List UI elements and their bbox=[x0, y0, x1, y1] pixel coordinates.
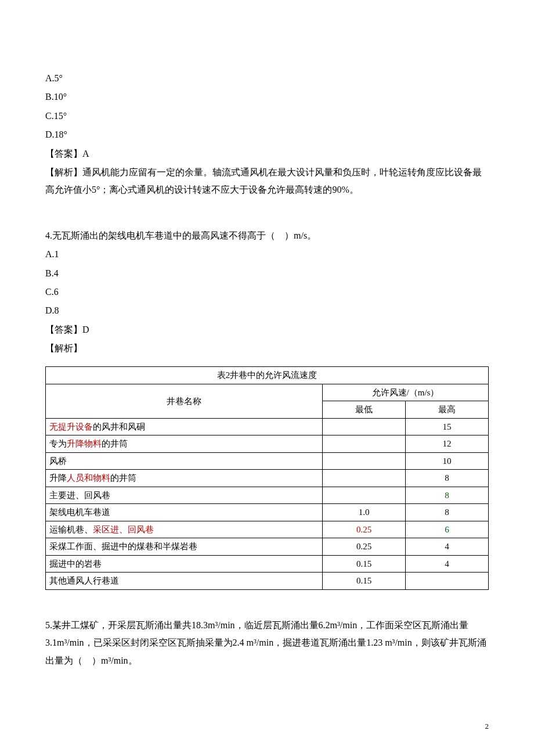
table-col-speed: 允许风速/（m/s） bbox=[323, 384, 489, 401]
table-row: 升降人员和物料的井筒8 bbox=[46, 470, 489, 487]
q3-option-b: B.10° bbox=[45, 88, 489, 106]
table-row: 专为升降物料的井筒12 bbox=[46, 435, 489, 453]
q3-answer: 【答案】A bbox=[45, 145, 489, 163]
row-name-highlight: 升降物料 bbox=[67, 439, 102, 448]
table-row: 无提升设备的风井和风硐15 bbox=[46, 418, 489, 435]
row-max: 12 bbox=[406, 435, 489, 453]
row-name: 掘进中的岩巷 bbox=[46, 555, 323, 573]
table-title: 表2井巷中的允许风流速度 bbox=[46, 367, 489, 384]
row-name: 采煤工作面、掘进中的煤巷和半煤岩巷 bbox=[46, 538, 323, 556]
table-col-min: 最低 bbox=[323, 401, 406, 419]
table-col-name: 井巷名称 bbox=[46, 384, 323, 418]
table-row: 风桥10 bbox=[46, 452, 489, 470]
row-name-highlight: 人员和物料 bbox=[67, 473, 110, 483]
q4-stem: 4.无瓦斯涌出的架线电机车巷道中的最高风速不得高于（ ）m/s。 bbox=[45, 227, 489, 244]
q3-option-c: C.15° bbox=[45, 107, 489, 125]
table-row: 运输机巷、采区进、回风巷0.256 bbox=[46, 521, 489, 538]
row-name-highlight: 采区进、回风巷 bbox=[93, 525, 154, 534]
q3-explanation: 【解析】通风机能力应留有一定的余量。轴流式通风机在最大设计风量和负压时，叶轮运转… bbox=[45, 164, 489, 199]
row-max: 4 bbox=[406, 538, 489, 556]
row-name: 架线电机车巷道 bbox=[46, 504, 323, 521]
q4-option-b: B.4 bbox=[45, 265, 489, 282]
row-min: 0.15 bbox=[323, 573, 406, 590]
row-name-highlight: 无提升设备 bbox=[49, 422, 93, 431]
row-min: 1.0 bbox=[323, 504, 406, 521]
q4-option-d: D.8 bbox=[45, 302, 489, 319]
q4-explanation-label: 【解析】 bbox=[45, 340, 489, 357]
table-row: 其他通风人行巷道0.15 bbox=[46, 573, 489, 590]
row-max: 4 bbox=[406, 555, 489, 573]
row-min bbox=[323, 487, 406, 504]
table-col-max: 最高 bbox=[406, 401, 489, 419]
q4-answer: 【答案】D bbox=[45, 321, 489, 339]
row-max bbox=[406, 573, 489, 590]
table-title-row: 表2井巷中的允许风流速度 bbox=[46, 367, 489, 384]
q3-option-a: A.5° bbox=[45, 70, 489, 87]
row-max: 10 bbox=[406, 452, 489, 470]
row-max: 6 bbox=[406, 521, 489, 538]
wind-speed-table: 表2井巷中的允许风流速度 井巷名称 允许风速/（m/s） 最低 最高 无提升设备… bbox=[45, 366, 489, 590]
q4-option-a: A.1 bbox=[45, 246, 489, 263]
table-header-row-1: 井巷名称 允许风速/（m/s） bbox=[46, 384, 489, 401]
row-min: 0.25 bbox=[323, 538, 406, 556]
row-name: 专为升降物料的井筒 bbox=[46, 435, 323, 453]
row-min bbox=[323, 418, 406, 435]
table-row: 采煤工作面、掘进中的煤巷和半煤岩巷0.254 bbox=[46, 538, 489, 556]
q4-option-c: C.6 bbox=[45, 283, 489, 301]
row-max: 8 bbox=[406, 487, 489, 504]
row-name: 风桥 bbox=[46, 452, 323, 470]
row-name: 无提升设备的风井和风硐 bbox=[46, 418, 323, 435]
row-max: 15 bbox=[406, 418, 489, 435]
row-name: 运输机巷、采区进、回风巷 bbox=[46, 521, 323, 538]
table-row: 架线电机车巷道1.08 bbox=[46, 504, 489, 521]
row-name: 主要进、回风巷 bbox=[46, 487, 323, 504]
page-number: 2 bbox=[485, 719, 489, 734]
table-row: 掘进中的岩巷0.154 bbox=[46, 555, 489, 573]
row-min bbox=[323, 452, 406, 470]
row-min: 0.25 bbox=[323, 521, 406, 538]
table-row: 主要进、回风巷8 bbox=[46, 487, 489, 504]
row-min bbox=[323, 435, 406, 453]
row-name: 升降人员和物料的井筒 bbox=[46, 470, 323, 487]
row-name: 其他通风人行巷道 bbox=[46, 573, 323, 590]
q5-stem: 5.某井工煤矿，开采层瓦斯涌出量共18.3m³/min，临近层瓦斯涌出量6.2m… bbox=[45, 617, 489, 669]
row-min bbox=[323, 470, 406, 487]
row-min: 0.15 bbox=[323, 555, 406, 573]
row-max: 8 bbox=[406, 470, 489, 487]
row-max: 8 bbox=[406, 504, 489, 521]
q3-option-d: D.18° bbox=[45, 126, 489, 143]
